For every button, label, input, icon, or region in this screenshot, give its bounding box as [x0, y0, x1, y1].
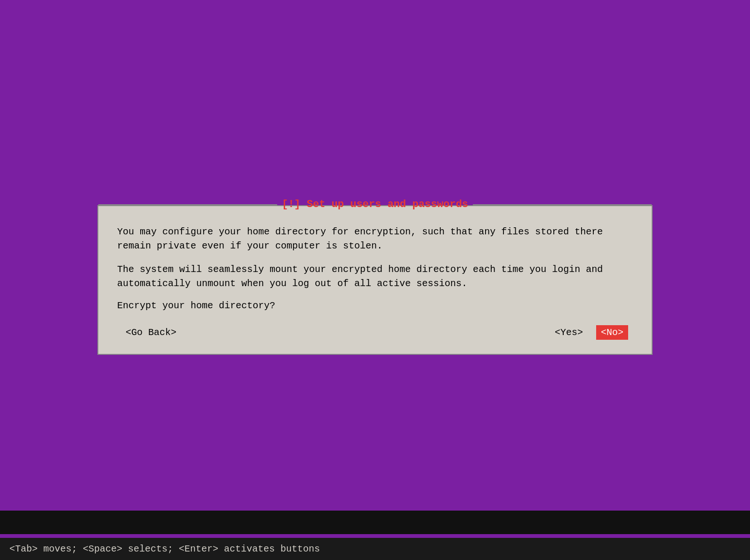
title-line-left — [98, 204, 277, 205]
dialog-paragraph-2: The system will seamlessly mount your en… — [117, 263, 633, 291]
btn-right-group: <Yes> <No> — [551, 325, 628, 340]
dialog-title: [!] Set up users and passwords — [277, 199, 473, 210]
yes-button[interactable]: <Yes> — [551, 325, 587, 340]
go-back-button[interactable]: <Go Back> — [122, 325, 180, 340]
dark-strip — [0, 511, 750, 534]
dialog-wrapper: [!] Set up users and passwords You may c… — [97, 205, 653, 355]
title-line-right — [473, 204, 652, 205]
status-bar-text: <Tab> moves; <Space> selects; <Enter> ac… — [9, 544, 320, 554]
bottom-bar: <Tab> moves; <Space> selects; <Enter> ac… — [0, 538, 750, 560]
screen-container: [!] Set up users and passwords You may c… — [0, 0, 750, 560]
dialog-title-bar: [!] Set up users and passwords — [98, 199, 652, 210]
dialog-box: [!] Set up users and passwords You may c… — [97, 205, 653, 355]
dialog-content: You may configure your home directory fo… — [112, 216, 638, 344]
dialog-buttons: <Go Back> <Yes> <No> — [117, 325, 633, 340]
dialog-paragraph-1: You may configure your home directory fo… — [117, 225, 633, 253]
dialog-question: Encrypt your home directory? — [117, 300, 633, 311]
no-button[interactable]: <No> — [596, 325, 628, 340]
